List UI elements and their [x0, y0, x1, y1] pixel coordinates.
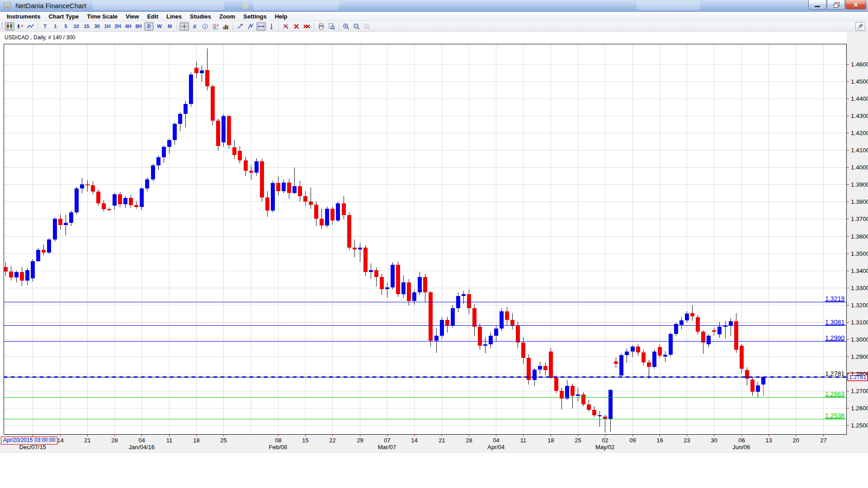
horizontal-line-button[interactable]: [256, 22, 266, 31]
vertical-line-button[interactable]: [267, 22, 276, 31]
svg-text:04: 04: [138, 437, 145, 444]
svg-text:28: 28: [466, 437, 472, 444]
svg-text:08: 08: [275, 437, 281, 444]
timeframe-15-button[interactable]: 15: [82, 22, 91, 31]
print-preview-button[interactable]: [327, 22, 336, 31]
svg-text:28: 28: [111, 437, 118, 444]
price-chart[interactable]: 1.32191.30811.29901.27811.27811.26631.25…: [0, 32, 868, 488]
info-button[interactable]: i: [200, 22, 210, 31]
pin-button[interactable]: [855, 22, 865, 31]
menu-settings[interactable]: Settings: [239, 12, 270, 21]
menu-view[interactable]: View: [122, 12, 143, 21]
svg-text:07: 07: [384, 437, 390, 444]
timeframe-4H-button[interactable]: 4H: [123, 22, 133, 31]
candlestick-chart-button[interactable]: [5, 22, 14, 31]
svg-text:1.3219: 1.3219: [825, 295, 844, 302]
zoom-in-icon: [343, 23, 349, 30]
grid-button[interactable]: #: [190, 22, 199, 31]
timeframe-10-button[interactable]: 10: [71, 22, 81, 31]
svg-text:1.3000: 1.3000: [851, 336, 868, 343]
timeframe-30-button[interactable]: 30: [92, 22, 102, 31]
volume-icon: [222, 23, 229, 30]
toolbar-separator: [314, 23, 314, 30]
svg-text:30: 30: [711, 437, 717, 444]
delete-all-button[interactable]: [302, 22, 311, 31]
info-icon: i: [202, 23, 208, 30]
svg-text:1.2: 1.2: [214, 23, 218, 27]
svg-text:May/02: May/02: [595, 444, 615, 450]
menu-chart-type[interactable]: Chart Type: [44, 12, 83, 21]
timeframe-W-button[interactable]: W: [155, 22, 164, 31]
zoom-out-button[interactable]: [352, 22, 361, 31]
timeframe-1H-button[interactable]: 1H: [103, 22, 112, 31]
timeframe-8H-button[interactable]: 8H: [134, 22, 143, 31]
svg-text:27: 27: [820, 437, 826, 444]
menu-lines[interactable]: Lines: [162, 12, 186, 21]
toolbar-separator: [233, 23, 233, 30]
data-labels-button[interactable]: 1.2: [211, 22, 220, 31]
svg-text:04: 04: [493, 437, 499, 444]
print-button[interactable]: [316, 22, 326, 31]
timeframe-T-button[interactable]: T: [40, 22, 50, 31]
minimize-button[interactable]: [808, 0, 826, 9]
svg-text:1.3081: 1.3081: [825, 319, 844, 326]
menu-bar: InstrumentsChart TypeTime ScaleViewEditL…: [0, 12, 868, 21]
menu-edit[interactable]: Edit: [143, 12, 162, 21]
zoom-out-icon: [353, 23, 360, 30]
restore-button[interactable]: [827, 0, 845, 9]
minimize-icon: [815, 6, 820, 7]
title-bar[interactable]: NetDania FinanceChart ✕: [0, 0, 868, 12]
trend-channel-button[interactable]: [246, 22, 255, 31]
close-button[interactable]: ✕: [845, 0, 866, 9]
menu-studies[interactable]: Studies: [186, 12, 215, 21]
horizontal-line-icon: [258, 23, 264, 30]
toolbar-group-timeframes: T151015301H2H4H8HDWM: [40, 22, 175, 31]
grid-icon: #: [191, 23, 198, 30]
svg-text:23: 23: [684, 437, 690, 444]
menu-help[interactable]: Help: [271, 12, 292, 21]
svg-text:1.3100: 1.3100: [851, 319, 868, 326]
svg-text:1.3500: 1.3500: [851, 250, 868, 257]
svg-text:11: 11: [520, 437, 527, 444]
delete-button[interactable]: [292, 22, 301, 31]
app-icon: [4, 3, 11, 9]
ohlc-chart-button[interactable]: [15, 22, 25, 31]
timeframe-2H-button[interactable]: 2H: [113, 22, 123, 31]
background-window-ghost: [242, 3, 249, 9]
volume-button[interactable]: [221, 22, 231, 31]
remove-line-button[interactable]: [281, 22, 291, 31]
toolbar-group-line-tools: [235, 22, 277, 31]
svg-text:1.2500: 1.2500: [851, 422, 868, 429]
svg-text:1.4400: 1.4400: [851, 95, 868, 102]
svg-text:Dec/07/15: Dec/07/15: [19, 444, 46, 450]
ohlc-chart-icon: [17, 23, 24, 30]
menu-time-scale[interactable]: Time Scale: [83, 12, 122, 21]
svg-text:Jun/06: Jun/06: [732, 444, 750, 450]
timeframe-1-button[interactable]: 1: [51, 22, 60, 31]
trend-line-button[interactable]: [236, 22, 245, 31]
timeframe-M-button[interactable]: M: [165, 22, 175, 31]
svg-text:1.2990: 1.2990: [825, 334, 844, 342]
delete-all-icon: [303, 23, 310, 30]
line-chart-button[interactable]: [26, 22, 35, 31]
svg-text:Feb/08: Feb/08: [269, 444, 287, 450]
svg-text:1.4300: 1.4300: [851, 113, 868, 119]
toolbar-separator: [339, 23, 339, 30]
svg-text:1.3200: 1.3200: [851, 302, 868, 309]
menu-instruments[interactable]: Instruments: [3, 12, 44, 21]
toolbar: T151015301H2H4H8HDWM#i1.2: [0, 21, 868, 32]
svg-text:14: 14: [57, 437, 63, 444]
trend-line-icon: [237, 23, 244, 30]
svg-text:1.3800: 1.3800: [851, 198, 868, 205]
toolbar-grip[interactable]: [1, 23, 3, 30]
menu-zoom[interactable]: Zoom: [215, 12, 239, 21]
remove-line-icon: [283, 23, 289, 30]
timeframe-5-button[interactable]: 5: [61, 22, 71, 31]
timeframe-D-button[interactable]: D: [144, 22, 154, 31]
crosshair-button[interactable]: [179, 22, 189, 31]
toolbar-group-view-tools: #i1.2: [179, 22, 231, 31]
svg-text:1.3700: 1.3700: [851, 216, 868, 222]
zoom-reset-button[interactable]: [362, 22, 372, 31]
svg-text:1.4100: 1.4100: [851, 147, 868, 154]
zoom-in-button[interactable]: [341, 22, 351, 31]
